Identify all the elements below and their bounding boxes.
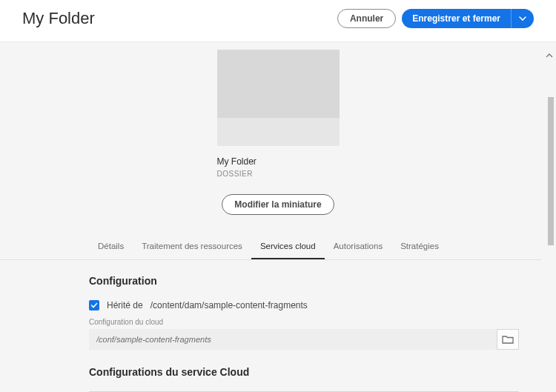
scrollbar-thumb[interactable]	[548, 97, 554, 245]
page-title: My Folder	[22, 9, 95, 28]
cloud-config-input[interactable]	[89, 329, 497, 350]
browse-folder-button[interactable]	[497, 329, 519, 350]
save-dropdown-button[interactable]	[511, 9, 534, 28]
thumbnail-meta: My Folder DOSSIER	[217, 156, 340, 178]
scroll-up-arrow-icon[interactable]	[546, 53, 553, 59]
inherited-checkbox[interactable]	[89, 300, 99, 310]
cancel-button[interactable]: Annuler	[337, 9, 396, 28]
folder-thumbnail	[217, 50, 340, 146]
configuration-heading: Configuration	[89, 275, 519, 287]
inherited-from-path: /content/dam/sample-content-fragments	[150, 300, 308, 310]
tab-cloud-services[interactable]: Services cloud	[251, 236, 325, 259]
inherited-checkbox-row: Hérité de /content/dam/sample-content-fr…	[89, 300, 519, 310]
tabs: Détails Traitement des ressources Servic…	[0, 236, 541, 260]
folder-icon	[502, 335, 514, 344]
thumbnail-type: DOSSIER	[217, 170, 340, 178]
check-icon	[90, 302, 98, 308]
save-button-group: Enregistrer et fermer	[402, 9, 534, 28]
header-actions: Annuler Enregistrer et fermer	[337, 9, 534, 28]
cloud-config-label: Configuration du cloud	[89, 318, 519, 326]
modify-thumbnail-button[interactable]: Modifier la miniature	[222, 194, 334, 215]
save-close-button[interactable]: Enregistrer et fermer	[402, 9, 511, 28]
tab-strategies[interactable]: Stratégies	[391, 236, 448, 259]
cloud-service-config-heading: Configurations du service Cloud	[89, 366, 519, 378]
thumbnail-name: My Folder	[217, 156, 340, 167]
chevron-down-icon	[519, 16, 526, 21]
tab-resource-treatment[interactable]: Traitement des ressources	[133, 236, 251, 259]
tab-permissions[interactable]: Autorisations	[325, 236, 391, 259]
tab-details[interactable]: Détails	[89, 236, 133, 259]
inherited-from-label: Hérité de	[107, 300, 143, 310]
